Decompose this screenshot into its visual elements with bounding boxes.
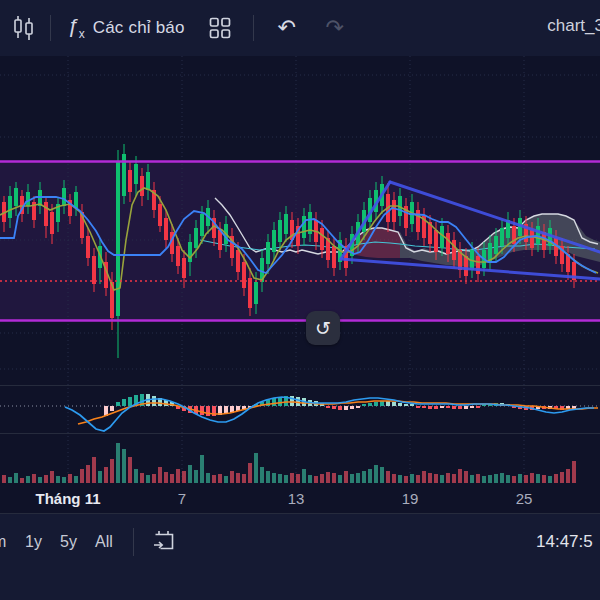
macd-histogram-bar: [458, 406, 462, 409]
chart-title: chart_3: [547, 16, 600, 36]
volume-bar: [32, 474, 36, 483]
volume-bar: [260, 467, 264, 483]
candle: [392, 200, 396, 222]
candle: [14, 188, 18, 206]
volume-bar: [170, 474, 174, 483]
candle: [332, 246, 336, 268]
volume-bar: [362, 471, 366, 483]
candle: [254, 282, 258, 304]
candle: [8, 196, 12, 218]
go-to-date-icon[interactable]: [151, 528, 179, 556]
reload-icon: ↺: [315, 317, 331, 340]
reload-button[interactable]: ↺: [306, 311, 340, 345]
volume-bar: [548, 476, 552, 483]
macd-histogram-bar: [116, 402, 120, 406]
layout-grid-icon[interactable]: [203, 11, 237, 45]
trading-app: ƒx Các chỉ báo ↶ ↷ chart_3 ↺ Tháng 11713…: [0, 0, 600, 600]
volume-bar: [50, 471, 54, 483]
volume-bar: [500, 473, 504, 483]
volume-bar: [290, 473, 294, 483]
candle: [50, 212, 54, 234]
volume-bar: [338, 475, 342, 483]
indicators-button[interactable]: ƒx Các chỉ báo: [67, 14, 185, 41]
volume-bar: [254, 453, 258, 483]
volume-bar: [524, 475, 528, 483]
volume-bar: [272, 473, 276, 483]
volume-bar: [482, 476, 486, 483]
macd-histogram-bar: [416, 406, 420, 408]
volume-bar: [230, 471, 234, 483]
range-button-partial[interactable]: m: [0, 533, 6, 551]
volume-bar: [560, 472, 564, 483]
candle: [278, 220, 282, 242]
macd-histogram-bar: [278, 397, 282, 406]
range-button-all[interactable]: All: [95, 533, 113, 551]
macd-histogram-bar: [422, 406, 426, 408]
axis-label: 7: [178, 490, 186, 507]
volume-bar: [122, 449, 126, 483]
volume-bar: [188, 465, 192, 483]
volume-bar: [470, 475, 474, 483]
volume-bar: [494, 474, 498, 483]
volume-bar: [296, 474, 300, 483]
candlestick-style-icon[interactable]: [4, 8, 44, 48]
candle: [140, 176, 144, 196]
macd-histogram-bar: [446, 406, 450, 408]
macd-histogram-bar: [434, 406, 438, 409]
macd-histogram-bar: [410, 404, 414, 406]
candle: [200, 214, 204, 236]
macd-histogram-bar: [152, 396, 156, 406]
volume-bar: [314, 476, 318, 483]
range-button-5y[interactable]: 5y: [60, 533, 77, 551]
macd-line: [65, 397, 594, 431]
candle: [266, 242, 270, 264]
volume-bar: [68, 474, 72, 483]
volume-bar: [14, 473, 18, 483]
macd-histogram-bar: [326, 406, 330, 408]
volume-bar: [164, 472, 168, 483]
time-axis[interactable]: Tháng 117131925: [0, 484, 600, 514]
candle: [194, 228, 198, 248]
volume-bar: [554, 474, 558, 483]
macd-histogram-bar: [350, 406, 354, 409]
volume-bar: [110, 459, 114, 483]
volume-bar: [182, 471, 186, 483]
macd-histogram-bar: [128, 397, 132, 406]
macd-histogram-bar: [122, 399, 126, 406]
volume-bar: [440, 475, 444, 483]
volume-bar: [158, 467, 162, 483]
volume-bar: [140, 473, 144, 483]
candle: [134, 164, 138, 184]
candle: [44, 202, 48, 226]
volume-bar: [2, 475, 6, 483]
candle: [416, 210, 420, 232]
candle: [446, 233, 450, 254]
volume-bar: [356, 473, 360, 483]
volume-bar: [458, 469, 462, 483]
volume-bar: [446, 473, 450, 483]
volume-bar: [194, 470, 198, 483]
range-button-1y[interactable]: 1y: [25, 533, 42, 551]
chart-canvas: [0, 56, 600, 484]
candle: [62, 188, 66, 206]
macd-histogram-bar: [476, 406, 480, 408]
macd-histogram-bar: [362, 404, 366, 406]
macd-histogram-bar: [356, 406, 360, 408]
volume-bar: [284, 475, 288, 483]
bottom-toolbar: m 1y 5y All 14:47:5: [0, 514, 600, 600]
volume-bar: [344, 471, 348, 483]
candle: [320, 228, 324, 250]
volume-bar: [572, 461, 576, 483]
macd-histogram-bar: [200, 406, 204, 415]
volume-bar: [116, 443, 120, 483]
macd-histogram-bar: [452, 406, 456, 409]
volume-bar: [56, 476, 60, 483]
axis-label: Tháng 11: [35, 490, 100, 507]
volume-bar: [416, 475, 420, 483]
candle: [242, 262, 246, 288]
chart-area[interactable]: ↺: [0, 56, 600, 484]
volume-bar: [98, 471, 102, 483]
volume-bar: [62, 477, 66, 483]
redo-icon[interactable]: ↷: [318, 11, 352, 45]
undo-icon[interactable]: ↶: [270, 11, 304, 45]
